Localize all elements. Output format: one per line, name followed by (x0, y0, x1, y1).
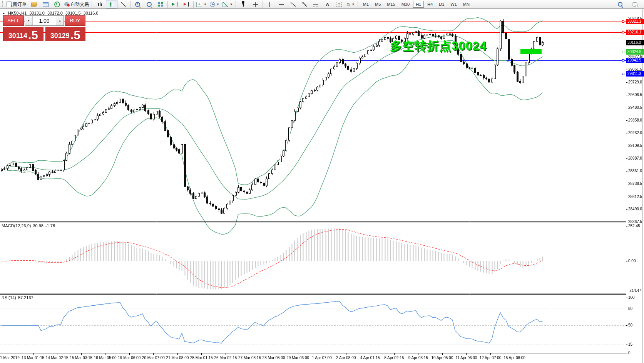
zoom-out-button[interactable]: - (143, 0, 155, 8)
arrows-button[interactable]: ⇅▼ (345, 0, 356, 8)
trendline-button[interactable] (287, 0, 299, 8)
chart-shift-button[interactable] (181, 0, 192, 8)
price-axis-tick: 29358.0 (628, 118, 642, 123)
timeframe-button-H1[interactable]: H1 (413, 1, 424, 8)
auto-scroll-icon (172, 3, 175, 6)
timeframe-button-W1[interactable]: W1 (448, 1, 460, 8)
buy-price-frac: .5 (70, 31, 80, 40)
price-axis-tick: 28738.5 (628, 182, 642, 186)
navigator-button[interactable] (40, 0, 51, 8)
sell-button[interactable]: SELL (3, 15, 24, 26)
timeframe-button-D1[interactable]: D1 (436, 1, 447, 8)
price-level-badge: 29811.3 (626, 71, 644, 77)
template-button[interactable]: ▼ (221, 0, 234, 8)
crosshair-button[interactable] (250, 0, 261, 8)
equidistant-channel-button[interactable] (299, 0, 310, 8)
rsi-axis-tick: 100 (628, 295, 635, 300)
price-axis-tick: 28490.0 (628, 207, 642, 211)
text-label-icon: T (336, 2, 342, 7)
buy-price-box[interactable]: 30129 .5 (45, 27, 86, 41)
time-axis-label: 15 Apr 08:00 (503, 356, 525, 360)
add-indicator-icon: + (196, 2, 202, 7)
text-label-button[interactable]: T (333, 0, 345, 8)
time-axis-label: 13 Mar 01:15 (22, 356, 44, 360)
price-level-badge: 30024.9 (626, 49, 644, 55)
text-button[interactable]: A (322, 0, 333, 8)
price-axis-tick: 28861.0 (628, 169, 642, 173)
search-button[interactable] (614, 0, 626, 8)
macd-value: 30.98 (33, 223, 43, 228)
price-axis-tick: 29729.0 (628, 80, 642, 85)
timeframe-button-H4[interactable]: H4 (425, 1, 435, 8)
horizontal-line-button[interactable] (276, 0, 287, 8)
cursor-icon (242, 1, 246, 8)
zoom-in-button[interactable]: + (132, 0, 143, 8)
add-indicator-button[interactable]: +▼ (195, 0, 208, 8)
sell-price-box[interactable]: 30114 .5 (3, 27, 43, 41)
macd-label: MACD(12,26,9) 30.98 -1.78 (2, 223, 55, 228)
chart-canvas[interactable] (0, 0, 644, 363)
new-order-button[interactable]: 新订单 (5, 0, 28, 8)
zoom-in-icon: + (135, 2, 140, 7)
volume-input[interactable]: 1.00 (33, 16, 56, 25)
timeframe-button-MN[interactable]: MN (460, 1, 472, 8)
time-axis-label: 20 Mar 07:00 (142, 356, 165, 360)
sell-price-frac: .5 (28, 31, 38, 40)
time-axis-label: 10 Apr 05:00 (432, 356, 453, 360)
time-axis-label: 4 Apr 01:15 (360, 356, 380, 360)
candlestick-chart-button[interactable] (106, 0, 117, 8)
price-axis-tick: 28612.5 (628, 195, 642, 199)
chart-annotation: 多空转折点30024 (390, 38, 487, 54)
market-watch-button[interactable] (28, 0, 40, 8)
ohlc-open: 30131.0 (29, 11, 45, 15)
vertical-line-button[interactable] (264, 0, 276, 8)
text-icon: A (326, 2, 329, 7)
buy-button[interactable]: BUY (65, 15, 85, 26)
chart-shift-icon (184, 3, 186, 6)
line-chart-icon (120, 2, 126, 7)
toolbar-grip (358, 1, 359, 7)
time-axis-label: 19 Mar 06:00 (118, 356, 141, 360)
market-watch-icon (30, 2, 37, 7)
volume-decrease-button[interactable]: ▼ (25, 16, 33, 25)
chat-button[interactable] (629, 0, 641, 8)
price-axis-tick: 29232.0 (628, 131, 642, 135)
search-icon (618, 2, 622, 7)
ohlc-low: 30101.5 (65, 11, 81, 15)
bar-chart-icon (98, 2, 103, 7)
arrows-icon: ⇅ (346, 2, 350, 7)
timeframe-button-M1[interactable]: M1 (360, 1, 371, 8)
rsi-axis-tick: 0 (628, 351, 631, 355)
fibonacci-button[interactable] (310, 0, 322, 8)
tile-windows-button[interactable] (155, 0, 166, 8)
timeframe-button-M15[interactable]: M15 (384, 1, 398, 8)
autotrading-icon (64, 2, 69, 6)
time-axis-label: 21 Mar 08:00 (166, 356, 189, 360)
one-click-trading-panel: SELL ▼ 1.00 ▲ BUY 30114 .5 30129 .5 (3, 15, 85, 41)
bar-chart-button[interactable] (94, 0, 106, 8)
collapse-marker-icon: ▲ (2, 12, 5, 15)
ohlc-close: 30116.0 (84, 11, 99, 15)
rsi-axis-tick: 15 (628, 342, 632, 347)
time-axis-label: 2 Apr 08:00 (336, 356, 356, 360)
crosshair-icon (253, 2, 258, 7)
auto-scroll-button[interactable] (169, 0, 181, 8)
time-axis-label: 27 Mar 03:15 (238, 356, 261, 360)
price-level-badge: 30321.1 (626, 19, 644, 24)
ohlc-high: 30172.0 (47, 11, 63, 15)
clock-icon (210, 2, 215, 7)
autotrading-button[interactable]: 自动交易 (63, 0, 90, 8)
macd-axis-tick: 252.45 (628, 224, 640, 228)
time-axis-label: 9 Apr 03:15 (408, 356, 428, 360)
rsi-axis-tick: 80 (628, 306, 632, 311)
period-button[interactable]: ▼ (208, 0, 221, 8)
signals-button[interactable] (51, 0, 63, 8)
cursor-button[interactable] (238, 0, 250, 8)
price-axis-tick: 29606.5 (628, 93, 642, 97)
line-chart-button[interactable] (117, 0, 129, 8)
timeframe-button-M5[interactable]: M5 (372, 1, 383, 8)
navigator-icon (43, 2, 49, 7)
template-icon (222, 2, 228, 7)
volume-increase-button[interactable]: ▲ (56, 16, 64, 25)
timeframe-button-M30[interactable]: M30 (399, 1, 412, 8)
